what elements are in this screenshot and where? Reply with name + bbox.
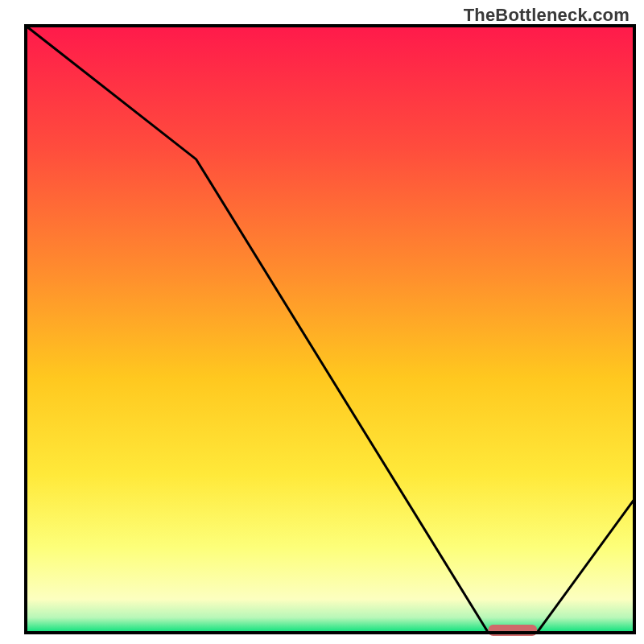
gradient-background: [26, 26, 634, 633]
plot-area: [26, 26, 634, 636]
chart-container: TheBottleneck.com: [0, 0, 644, 644]
watermark-text: TheBottleneck.com: [464, 5, 630, 26]
bottleneck-chart: [0, 0, 644, 644]
